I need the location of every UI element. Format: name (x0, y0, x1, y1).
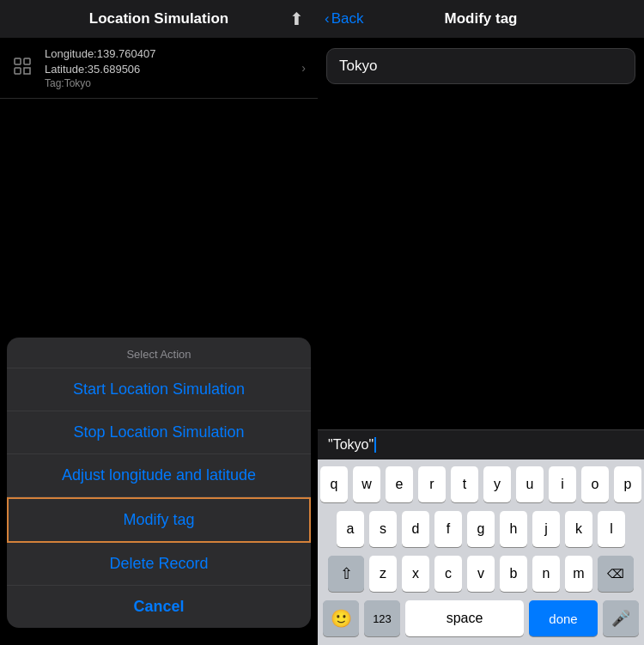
right-header-title: Modify tag (445, 10, 518, 27)
left-header: Location Simulation ⬆ (0, 0, 318, 38)
key-d[interactable]: d (402, 511, 429, 547)
left-header-title: Location Simulation (89, 10, 228, 27)
keyboard-row-2: a s d f g h j k l (320, 511, 641, 547)
svg-rect-1 (15, 68, 21, 74)
content-spacer (318, 94, 644, 429)
keyboard: q w e r t y u i o p a s d f g h j k l ⇧ … (318, 459, 644, 645)
chevron-right-icon: › (301, 61, 306, 75)
emoji-key[interactable]: 🙂 (323, 600, 359, 636)
tag-input[interactable] (326, 48, 635, 84)
shift-key[interactable]: ⇧ (328, 556, 364, 592)
latitude-text: Latitude:35.689506 (45, 62, 301, 77)
key-q[interactable]: q (320, 466, 348, 502)
key-k[interactable]: k (565, 511, 592, 547)
delete-record-button[interactable]: Delete Record (7, 543, 311, 586)
microphone-key[interactable]: 🎤 (603, 600, 639, 636)
key-w[interactable]: w (353, 466, 380, 502)
key-p[interactable]: p (614, 466, 641, 502)
back-button[interactable]: ‹ Back (325, 10, 363, 27)
key-b[interactable]: b (500, 556, 527, 592)
left-panel: Location Simulation ⬆ Longitude:139.7604… (0, 0, 318, 645)
input-area (318, 38, 644, 94)
right-panel: ‹ Back Modify tag "Tokyo" q w e r t y u … (318, 0, 644, 645)
key-z[interactable]: z (369, 556, 397, 592)
key-n[interactable]: n (532, 556, 560, 592)
key-m[interactable]: m (565, 556, 592, 592)
modify-tag-button[interactable]: Modify tag (7, 497, 311, 543)
key-g[interactable]: g (467, 511, 495, 547)
right-header: ‹ Back Modify tag (318, 0, 644, 38)
adjust-coordinates-button[interactable]: Adjust longitude and latitude (7, 454, 311, 497)
text-cursor (374, 437, 376, 453)
key-u[interactable]: u (516, 466, 544, 502)
key-j[interactable]: j (532, 511, 560, 547)
action-sheet-title: Select Action (7, 338, 311, 368)
keyboard-row-1: q w e r t y u i o p (320, 466, 641, 502)
location-item[interactable]: Longitude:139.760407 Latitude:35.689506 … (0, 38, 318, 99)
back-label: Back (331, 10, 364, 27)
upload-icon[interactable]: ⬆ (289, 9, 304, 29)
numbers-key[interactable]: 123 (364, 600, 400, 636)
key-i[interactable]: i (549, 466, 576, 502)
location-details: Longitude:139.760407 Latitude:35.689506 … (45, 46, 301, 89)
key-c[interactable]: c (434, 556, 462, 592)
stop-simulation-button[interactable]: Stop Location Simulation (7, 411, 311, 454)
keyboard-bottom-row: 🙂 123 space done 🎤 (320, 600, 641, 636)
key-t[interactable]: t (451, 466, 478, 502)
done-key[interactable]: done (529, 600, 598, 636)
key-v[interactable]: v (467, 556, 495, 592)
keyboard-row-3: ⇧ z x c v b n m ⌫ (320, 556, 641, 592)
key-o[interactable]: o (581, 466, 609, 502)
key-h[interactable]: h (500, 511, 527, 547)
svg-rect-0 (15, 58, 21, 64)
key-y[interactable]: y (483, 466, 511, 502)
key-e[interactable]: e (386, 466, 413, 502)
suggestion-bar: "Tokyo" (318, 429, 644, 459)
tag-text: Tag:Tokyo (45, 77, 301, 89)
key-s[interactable]: s (369, 511, 397, 547)
chevron-left-icon: ‹ (325, 10, 330, 27)
start-simulation-button[interactable]: Start Location Simulation (7, 368, 311, 411)
key-r[interactable]: r (418, 466, 446, 502)
key-l[interactable]: l (598, 511, 625, 547)
action-sheet: Select Action Start Location Simulation … (7, 338, 311, 628)
key-f[interactable]: f (434, 511, 462, 547)
longitude-text: Longitude:139.760407 (45, 46, 301, 62)
svg-rect-2 (24, 58, 30, 64)
key-x[interactable]: x (402, 556, 429, 592)
location-icon (12, 56, 36, 80)
key-a[interactable]: a (337, 511, 364, 547)
suggestion-text: "Tokyo" (328, 437, 374, 453)
delete-key[interactable]: ⌫ (598, 556, 634, 592)
space-key[interactable]: space (405, 600, 524, 636)
cancel-button[interactable]: Cancel (7, 586, 311, 628)
